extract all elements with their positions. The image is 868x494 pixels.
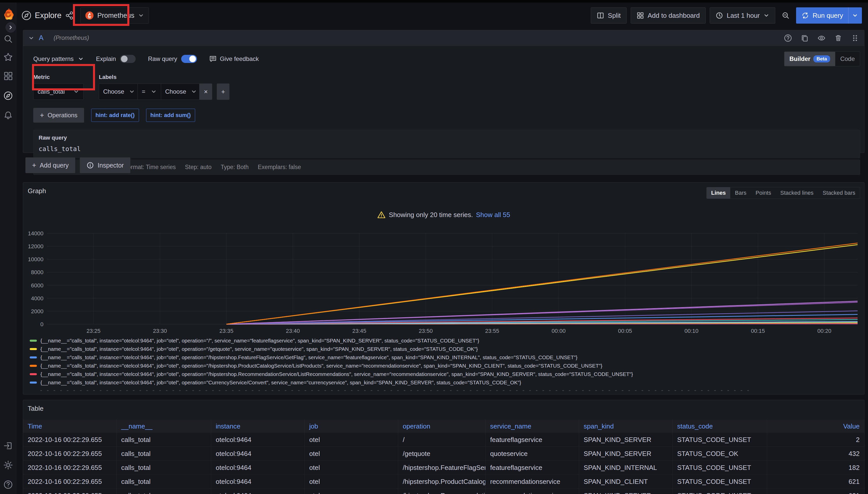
query-patterns-dropdown[interactable]: Query patterns	[33, 55, 84, 62]
table-cell: otel	[305, 447, 398, 461]
table-cell: calls_total	[116, 433, 211, 447]
drag-handle-icon[interactable]	[851, 34, 859, 42]
table-header-row: Time__name__instancejoboperationservice_…	[23, 420, 864, 433]
explore-icon	[21, 10, 32, 21]
table-cell: 2022-10-16 00:22:29.655	[23, 475, 116, 489]
svg-text:00:00: 00:00	[551, 328, 566, 334]
query-editor-panel: A (Prometheus) Query patterns Explain Ra…	[23, 30, 865, 153]
chevron-down-icon	[78, 56, 84, 62]
legend-color-marker	[30, 373, 37, 375]
grafana-logo[interactable]	[2, 8, 15, 21]
svg-text:23:35: 23:35	[219, 328, 233, 334]
share-icon[interactable]	[65, 11, 74, 20]
query-options-row[interactable]: Options Legend: AutoFormat: Time seriesS…	[33, 159, 860, 175]
table-cell: recommendationservice	[486, 489, 579, 494]
graph-mode-stacked-lines[interactable]: Stacked lines	[776, 187, 818, 198]
builder-tab[interactable]: Builder Beta	[784, 52, 835, 66]
explain-switch[interactable]	[120, 55, 136, 63]
eye-icon[interactable]	[817, 34, 826, 42]
query-row-header[interactable]: A (Prometheus)	[23, 30, 864, 46]
metric-label: Metric	[33, 74, 84, 80]
legend-item[interactable]: {__name__="calls_total", instance="otelc…	[30, 370, 861, 378]
legend-item[interactable]: {__name__="calls_total", instance="otelc…	[30, 361, 861, 370]
search-icon[interactable]	[3, 34, 13, 44]
graph-mode-lines[interactable]: Lines	[707, 187, 730, 198]
svg-text:00:20: 00:20	[817, 328, 831, 334]
svg-text:2000: 2000	[31, 308, 43, 315]
legend-label: {__name__="calls_total", instance="otelc…	[40, 371, 633, 377]
svg-text:0: 0	[40, 321, 43, 327]
add-label-button[interactable]: +	[217, 83, 230, 100]
apps-icon[interactable]	[3, 71, 13, 81]
give-feedback-link[interactable]: Give feedback	[209, 55, 259, 63]
show-all-series-link[interactable]: Show all 55	[476, 211, 510, 219]
split-button[interactable]: Split	[591, 7, 627, 24]
time-series-chart[interactable]: 0200040006000800010000120001400023:2523:…	[27, 227, 861, 335]
time-range-picker[interactable]: Last 1 hour	[710, 7, 775, 24]
bell-icon[interactable]	[3, 111, 13, 120]
raw-query-toggle[interactable]: Raw query	[148, 55, 197, 63]
code-tab[interactable]: Code	[835, 52, 860, 66]
column-header-operation[interactable]: operation	[398, 420, 486, 433]
signin-icon[interactable]	[3, 441, 13, 451]
inspector-button[interactable]: Inspector	[80, 157, 130, 173]
legend-item[interactable]: {__name__="calls_total", instance="otelc…	[30, 336, 861, 345]
svg-text:00:15: 00:15	[751, 328, 765, 334]
trash-icon[interactable]	[834, 34, 842, 42]
table-cell: /hipstershop.Recommendation...	[398, 489, 486, 494]
gear-icon[interactable]	[3, 460, 13, 470]
chevron-down-icon	[138, 13, 144, 19]
datasource-picker[interactable]: Prometheus	[80, 7, 149, 24]
add-to-dashboard-button[interactable]: Add to dashboard	[631, 7, 706, 24]
label-value-select[interactable]: Choose	[161, 83, 199, 100]
hint-add-rate-button[interactable]: hint: add rate()	[91, 109, 139, 122]
table-row: 2022-10-16 00:22:29.655calls_totalotelco…	[23, 461, 864, 475]
svg-text:8000: 8000	[31, 269, 43, 276]
column-header-service-name[interactable]: service_name	[486, 420, 579, 433]
svg-text:12000: 12000	[28, 243, 43, 249]
remove-label-button[interactable]: ×	[199, 83, 212, 100]
explain-toggle[interactable]: Explain	[96, 55, 136, 63]
compass-icon[interactable]	[3, 91, 13, 100]
split-icon	[597, 12, 604, 19]
graph-mode-stacked-bars[interactable]: Stacked bars	[818, 187, 860, 198]
graph-mode-points[interactable]: Points	[751, 187, 776, 198]
label-operator-select[interactable]: =	[138, 83, 161, 100]
column-header--name-[interactable]: __name__	[116, 420, 211, 433]
raw-query-switch[interactable]	[181, 55, 197, 63]
column-header-value[interactable]: Value	[767, 420, 864, 433]
star-icon[interactable]	[3, 52, 13, 62]
table-cell: SPAN_KIND_SERVER	[579, 447, 673, 461]
table-cell: calls_total	[116, 475, 211, 489]
operations-button[interactable]: + Operations	[33, 108, 84, 122]
help-icon[interactable]	[3, 480, 13, 490]
column-header-instance[interactable]: instance	[211, 420, 305, 433]
graph-panel: Graph LinesBarsPointsStacked linesStacke…	[23, 182, 865, 395]
add-query-button[interactable]: +Add query	[25, 157, 75, 173]
zoom-out-button[interactable]	[779, 7, 792, 24]
legend-color-marker	[30, 382, 37, 384]
graph-mode-bars[interactable]: Bars	[730, 187, 751, 198]
legend-item[interactable]: {__name__="calls_total", instance="otelc…	[30, 378, 861, 387]
run-query-button[interactable]: Run query	[796, 7, 862, 24]
run-query-dropdown[interactable]	[848, 13, 862, 19]
comment-icon	[209, 55, 217, 63]
hint-add-sum-button[interactable]: hint: add sum()	[146, 109, 195, 122]
table-cell: 432	[767, 447, 864, 461]
copy-icon[interactable]	[801, 34, 809, 42]
column-header-status-code[interactable]: status_code	[673, 420, 767, 433]
help-circle-icon[interactable]	[784, 34, 792, 42]
results-table: Time__name__instancejoboperationservice_…	[23, 420, 864, 494]
column-header-job[interactable]: job	[305, 420, 398, 433]
series-limit-warning: Showing only 20 time series. Show all 55	[23, 210, 864, 219]
legend-item[interactable]: {__name__="calls_total", instance="otelc…	[30, 345, 861, 353]
sidebar	[0, 2, 16, 494]
sidebar-expand-button[interactable]	[5, 22, 16, 33]
legend-label: {__name__="calls_total", instance="otelc…	[40, 363, 602, 369]
table-cell: otelcol:9464	[211, 475, 305, 489]
column-header-span-kind[interactable]: span_kind	[579, 420, 673, 433]
legend-item[interactable]: {__name__="calls_total", instance="otelc…	[30, 353, 861, 361]
metric-select[interactable]: calls_total	[33, 83, 84, 100]
column-header-time[interactable]: Time	[23, 420, 116, 433]
label-key-select[interactable]: Choose	[99, 83, 138, 100]
